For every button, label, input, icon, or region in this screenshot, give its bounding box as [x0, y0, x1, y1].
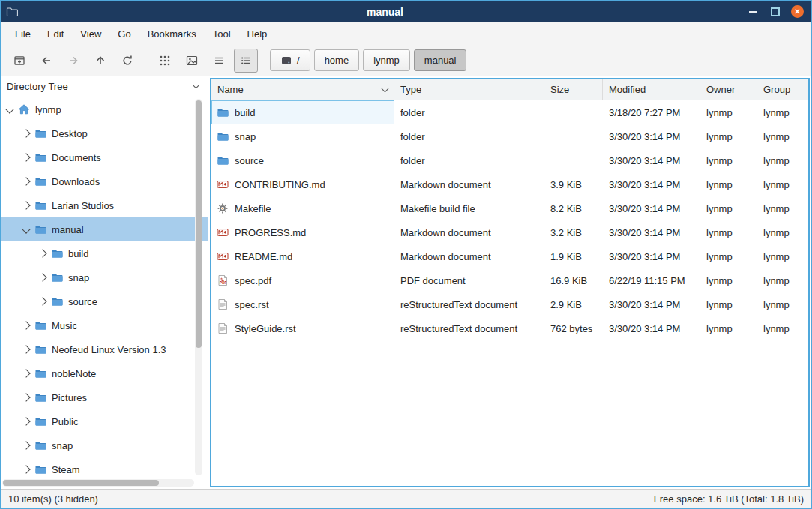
- minimize-button[interactable]: [746, 5, 759, 18]
- reload-button[interactable]: [115, 49, 139, 73]
- go-forward-button[interactable]: [61, 49, 85, 73]
- new-tab-icon: [13, 55, 25, 67]
- menu-view[interactable]: View: [72, 25, 109, 43]
- file-row-spec-pdf[interactable]: PDFspec.pdfPDF document16.9 KiB6/22/19 1…: [211, 268, 808, 292]
- tree-item-snap[interactable]: snap: [1, 433, 208, 457]
- window-controls: [746, 5, 806, 18]
- tree-item-snap[interactable]: snap: [1, 265, 208, 289]
- path-segment-lynmp[interactable]: lynmp: [363, 49, 410, 71]
- file-row-contributing-md[interactable]: CONTRIBUTING.mdMarkdown document3.9 KiB3…: [211, 172, 808, 196]
- file-row-makefile[interactable]: MakefileMakefile build file8.2 KiB3/30/2…: [211, 196, 808, 220]
- column-header-owner[interactable]: Owner: [700, 79, 757, 100]
- file-row-build[interactable]: buildfolder3/18/20 7:27 PMlynmplynmp: [211, 100, 808, 124]
- file-row-styleguide-rst[interactable]: StyleGuide.rstreStructuredText document7…: [211, 316, 808, 340]
- column-header-size[interactable]: Size: [544, 79, 603, 100]
- menu-edit[interactable]: Edit: [39, 25, 72, 43]
- tree-item-label: Larian Studios: [52, 200, 114, 211]
- file-row-source[interactable]: sourcefolder3/30/20 3:14 PMlynmplynmp: [211, 148, 808, 172]
- expand-icon[interactable]: [22, 321, 30, 329]
- detailed-list-view-button[interactable]: [234, 49, 258, 73]
- expand-icon[interactable]: [22, 177, 30, 185]
- column-header-modified[interactable]: Modified: [603, 79, 700, 100]
- tree-item-music[interactable]: Music: [1, 313, 208, 337]
- go-up-button[interactable]: [88, 49, 112, 73]
- path-segment-home[interactable]: home: [314, 49, 360, 71]
- tree-item-documents[interactable]: Documents: [1, 145, 208, 169]
- expand-icon[interactable]: [22, 369, 30, 377]
- expand-icon[interactable]: [22, 393, 30, 401]
- directory-tree: lynmpDesktopDocumentsDownloadsLarian Stu…: [1, 96, 208, 489]
- file-group: lynmp: [763, 251, 790, 262]
- sidebar-vertical-scrollbar[interactable]: [195, 99, 202, 475]
- tree-item-label: Desktop: [52, 128, 88, 139]
- expand-icon[interactable]: [22, 465, 30, 473]
- new-tab-button[interactable]: [7, 49, 31, 73]
- sidebar-horizontal-scrollbar[interactable]: [2, 479, 194, 487]
- menu-tool[interactable]: Tool: [205, 25, 239, 43]
- tree-item-label: Documents: [52, 152, 101, 163]
- tree-item-manual[interactable]: manual: [1, 217, 208, 241]
- expand-icon[interactable]: [22, 417, 30, 425]
- column-header-type[interactable]: Type: [394, 79, 544, 100]
- menu-go[interactable]: Go: [109, 25, 139, 43]
- tree-item-source[interactable]: source: [1, 289, 208, 313]
- expand-icon[interactable]: [22, 441, 30, 449]
- compact-view-button[interactable]: [207, 49, 231, 73]
- file-owner: lynmp: [706, 251, 733, 262]
- file-modified: 3/30/20 3:14 PM: [609, 251, 680, 262]
- expand-icon[interactable]: [38, 249, 46, 257]
- column-header-label: Type: [400, 84, 421, 95]
- vertical-scrollbar-thumb[interactable]: [196, 100, 202, 348]
- expand-icon[interactable]: [38, 297, 46, 305]
- path-segment-root[interactable]: /: [270, 49, 310, 71]
- file-row-snap[interactable]: snapfolder3/30/20 3:14 PMlynmplynmp: [211, 124, 808, 148]
- menu-file[interactable]: File: [7, 25, 39, 43]
- file-size: 3.9 KiB: [550, 179, 582, 190]
- sidebar-mode-select[interactable]: Directory Tree: [1, 76, 208, 96]
- column-header-group[interactable]: Group: [757, 79, 808, 100]
- column-header-label: Size: [550, 84, 569, 95]
- expand-icon[interactable]: [22, 153, 30, 161]
- file-name-cell: spec.rst: [211, 292, 394, 316]
- main-area: Directory Tree lynmpDesktopDocumentsDown…: [1, 76, 811, 489]
- icon-view-button[interactable]: [153, 49, 177, 73]
- tree-item-desktop[interactable]: Desktop: [1, 121, 208, 145]
- tree-item-noblenote[interactable]: nobleNote: [1, 361, 208, 385]
- tree-item-neofeud-linux-version-1-3[interactable]: Neofeud Linux Version 1.3: [1, 337, 208, 361]
- collapse-icon[interactable]: [5, 105, 13, 113]
- path-segment-manual[interactable]: manual: [414, 49, 467, 71]
- go-back-button[interactable]: [34, 49, 58, 73]
- tree-item-larian-studios[interactable]: Larian Studios: [1, 193, 208, 217]
- file-row-readme-md[interactable]: README.mdMarkdown document1.9 KiB3/30/20…: [211, 244, 808, 268]
- tree-item-lynmp[interactable]: lynmp: [1, 97, 208, 121]
- expand-icon[interactable]: [22, 201, 30, 209]
- thumbnail-view-button[interactable]: [180, 49, 204, 73]
- close-button[interactable]: [791, 5, 804, 18]
- folder-icon: [34, 367, 46, 379]
- menu-bookmarks[interactable]: Bookmarks: [139, 25, 205, 43]
- tree-item-steam[interactable]: Steam: [1, 457, 208, 481]
- file-modified: 3/30/20 3:14 PM: [609, 299, 680, 310]
- tree-item-build[interactable]: build: [1, 241, 208, 265]
- expand-icon[interactable]: [38, 273, 46, 281]
- file-group-cell: lynmp: [757, 100, 808, 124]
- tree-item-pictures[interactable]: Pictures: [1, 385, 208, 409]
- file-row-progress-md[interactable]: PROGRESS.mdMarkdown document3.2 KiB3/30/…: [211, 220, 808, 244]
- file-size: 1.9 KiB: [550, 251, 582, 262]
- column-header-name[interactable]: Name: [211, 79, 394, 100]
- folder-icon: [51, 271, 63, 283]
- file-name: Makefile: [235, 203, 271, 214]
- tree-item-label: Downloads: [52, 176, 100, 187]
- file-type: PDF document: [400, 275, 466, 286]
- horizontal-scrollbar-thumb[interactable]: [3, 480, 159, 486]
- tree-item-downloads[interactable]: Downloads: [1, 169, 208, 193]
- expand-icon[interactable]: [22, 129, 30, 137]
- collapse-icon[interactable]: [22, 225, 30, 233]
- tree-item-public[interactable]: Public: [1, 409, 208, 433]
- maximize-button[interactable]: [769, 5, 781, 18]
- arrow-left-icon: [40, 55, 52, 67]
- expand-icon[interactable]: [22, 345, 30, 353]
- menu-help[interactable]: Help: [239, 25, 276, 43]
- file-row-spec-rst[interactable]: spec.rstreStructuredText document2.9 KiB…: [211, 292, 808, 316]
- file-group: lynmp: [763, 227, 790, 238]
